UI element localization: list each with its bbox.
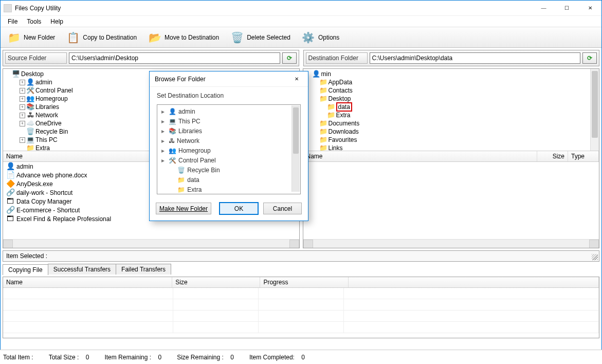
chevron-right-icon[interactable]: ▸ (161, 107, 167, 117)
copy-to-dest-button[interactable]: 📋Copy to Destination (62, 28, 141, 47)
col-type[interactable]: Type (568, 151, 599, 161)
window-title: Files Copy Utility (15, 5, 532, 12)
chevron-right-icon[interactable]: ▸ (161, 136, 167, 146)
tree-item[interactable]: 📁data (313, 103, 598, 111)
dialog-tree-item[interactable]: ▸🛠️Control Panel (161, 156, 299, 166)
tab-failed[interactable]: Failed Transfers (116, 264, 171, 275)
folder-icon: 👤 (169, 107, 176, 117)
tree-item[interactable]: 📁Extra (313, 111, 598, 119)
desktop-icon: 🖥️ (12, 70, 20, 78)
dialog-tree-item[interactable]: ▸👤admin (161, 107, 299, 117)
window-maximize-button[interactable]: ☐ (555, 1, 578, 16)
source-h-scrollbar[interactable] (3, 239, 299, 248)
new-folder-button[interactable]: 📁New Folder (3, 28, 60, 47)
trash-icon: 🗑️ (230, 31, 244, 44)
move-to-dest-button[interactable]: 📂Move to Destination (143, 28, 224, 47)
folder-icon: 💻 (26, 136, 34, 144)
dest-folder-label: Destination Folder (306, 52, 368, 64)
tree-item[interactable]: 📁Links (313, 144, 598, 151)
folder-icon: 💻 (169, 117, 176, 126)
dialog-folder-tree[interactable]: ▸👤admin▸💻This PC▸📚Libraries▸🖧Network▸👥Ho… (157, 104, 301, 194)
dest-file-list[interactable] (303, 162, 599, 239)
file-icon: 🔗 (6, 188, 14, 196)
folder-icon: 📁 (319, 78, 327, 86)
source-path-row: Source Folder ⟳ (3, 50, 299, 66)
folder-icon: 🖧 (26, 111, 34, 119)
gear-icon: ⚙️ (302, 31, 315, 44)
chevron-right-icon[interactable]: ▸ (161, 146, 167, 156)
expand-icon[interactable]: + (20, 80, 25, 85)
tree-item[interactable]: 📁Favourites (313, 136, 598, 144)
dest-h-scrollbar[interactable] (303, 239, 599, 248)
folder-plus-icon: 📁 (7, 31, 21, 44)
tree-item[interactable]: 📁Contacts (313, 86, 598, 95)
file-icon: 🔶 (6, 179, 14, 188)
dest-path-input[interactable] (370, 52, 581, 64)
dialog-close-button[interactable]: ✕ (285, 71, 308, 87)
folder-icon: 📁 (327, 111, 335, 119)
tab-copying[interactable]: Copying File (3, 264, 48, 275)
source-refresh-button[interactable]: ⟳ (282, 52, 297, 64)
folder-icon: 🛠️ (169, 156, 176, 166)
dialog-tree-item[interactable]: ▸🖧Network (161, 136, 299, 146)
source-path-input[interactable] (69, 52, 280, 64)
dest-refresh-button[interactable]: ⟳ (582, 52, 597, 64)
expand-icon[interactable]: + (20, 113, 25, 118)
dest-tree[interactable]: 👤min 📁AppData📁Contacts📁Desktop📁data📁Extr… (303, 69, 599, 151)
dest-list-header: Name Size Type (303, 151, 599, 162)
folder-icon: 🛠️ (26, 86, 34, 95)
folder-icon: 👥 (169, 146, 176, 156)
delete-selected-button[interactable]: 🗑️Delete Selected (226, 28, 295, 47)
folder-icon: 📚 (169, 126, 176, 136)
chevron-right-icon[interactable]: ▸ (161, 117, 167, 126)
tree-item[interactable]: 📁Documents (313, 119, 598, 128)
th-empty (349, 277, 599, 287)
dialog-prompt: Set Destination Location (157, 92, 301, 99)
tree-item[interactable]: 📁Desktop (313, 95, 598, 103)
folder-icon: 📁 (319, 95, 327, 103)
chevron-right-icon[interactable]: ▸ (161, 156, 167, 166)
cancel-button[interactable]: Cancel (263, 203, 302, 214)
menu-bar: File Tools Help (1, 16, 601, 27)
expand-icon[interactable]: + (20, 88, 25, 94)
tree-item[interactable]: 📁AppData (313, 78, 598, 86)
th-progress[interactable]: Progress (260, 277, 348, 287)
expand-icon[interactable]: + (20, 121, 25, 126)
chevron-right-icon[interactable]: ▸ (161, 126, 167, 136)
th-size[interactable]: Size (172, 277, 260, 287)
dialog-tree-scrollbar[interactable] (291, 105, 300, 192)
item-selected-status: Item Selected : (3, 250, 599, 262)
resizer-grip[interactable] (592, 254, 598, 260)
tree-item[interactable]: 📁Downloads (313, 128, 598, 136)
make-new-folder-button[interactable]: Make New Folder (156, 203, 211, 214)
menu-tools[interactable]: Tools (23, 17, 45, 26)
dialog-tree-item[interactable]: ▸👥Homegroup (161, 146, 299, 156)
tab-successful[interactable]: Successful Transfers (48, 264, 116, 275)
dialog-tree-item[interactable]: ▸📚Libraries (161, 126, 299, 136)
file-icon: 📄 (6, 171, 14, 179)
col-size[interactable]: Size (537, 151, 568, 161)
dialog-tree-item[interactable]: 📁data (161, 175, 299, 185)
dest-tree-scrollbar[interactable] (590, 69, 599, 151)
transfer-tabs: Copying File Successful Transfers Failed… (3, 264, 599, 275)
options-button[interactable]: ⚙️Options (297, 28, 344, 47)
user-icon: 👤 (312, 70, 320, 78)
dialog-tree-item[interactable]: 🗑️Recycle Bin (161, 166, 299, 175)
menu-file[interactable]: File (4, 17, 22, 26)
folder-icon: 👤 (26, 78, 34, 86)
window-close-button[interactable]: ✕ (578, 1, 601, 16)
expand-icon[interactable]: + (20, 104, 25, 110)
dialog-tree-item[interactable]: ▸💻This PC (161, 117, 299, 126)
menu-help[interactable]: Help (46, 17, 67, 26)
th-name[interactable]: Name (3, 277, 172, 287)
ok-button[interactable]: OK (220, 203, 258, 214)
col-name[interactable]: Name (303, 151, 538, 161)
dialog-tree-item[interactable]: 📁Extra (161, 185, 299, 194)
app-icon (4, 4, 12, 12)
folder-icon: 📁 (319, 119, 327, 128)
folder-icon: 📁 (26, 144, 34, 151)
window-minimize-button[interactable]: — (532, 1, 555, 16)
expand-icon[interactable]: + (20, 137, 25, 143)
expand-icon[interactable]: + (20, 96, 25, 102)
folder-icon: 📁 (177, 185, 185, 194)
